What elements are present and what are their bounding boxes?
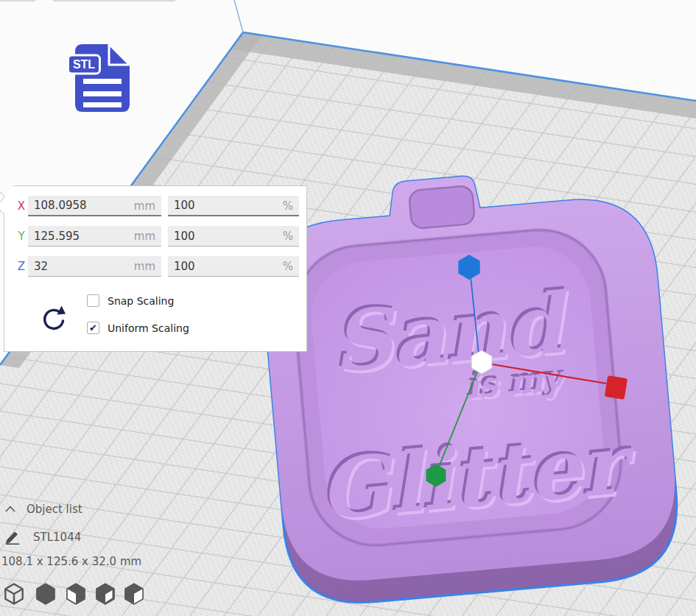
window-top-divider <box>53 0 175 1</box>
z-axis-label: Z <box>15 260 27 273</box>
view-right-button[interactable] <box>121 581 147 608</box>
object-list-item[interactable]: STL1044 <box>33 531 81 544</box>
stl-file-icon: STL <box>68 41 136 116</box>
hanger-slot <box>409 185 475 229</box>
snap-scaling-label: Snap Scaling <box>108 295 174 307</box>
stl-badge-label: STL <box>73 58 95 71</box>
view-top-button[interactable] <box>63 581 89 608</box>
window-top-divider <box>0 0 35 1</box>
checkmark-icon: ✔ <box>89 322 97 333</box>
cube-top-icon <box>63 581 88 606</box>
z-percent-field: % <box>168 256 299 277</box>
scale-z-percent-input[interactable] <box>168 256 299 276</box>
snap-scaling-checkbox[interactable] <box>87 294 99 307</box>
scale-z-mm-input[interactable] <box>28 256 161 276</box>
reset-rotate-icon <box>39 304 67 335</box>
x-axis-label: X <box>15 199 27 213</box>
y-mm-field: mm <box>28 226 161 247</box>
scale-row-y: Y mm % <box>4 226 306 247</box>
folded-corner-icon <box>109 44 130 65</box>
view-front-button[interactable] <box>32 581 59 608</box>
cube-left-icon <box>93 581 118 606</box>
uniform-scaling-label: Uniform Scaling <box>108 322 189 334</box>
pencil-icon <box>4 530 21 545</box>
z-mm-field: mm <box>28 256 161 277</box>
scale-row-z: Z mm % <box>4 256 306 277</box>
app-window: Sand Sand Sand is my is my is my Glitter… <box>0 0 696 616</box>
uniform-scaling-checkbox[interactable]: ✔ <box>87 322 99 334</box>
scale-x-mm-input[interactable] <box>28 196 161 215</box>
scale-handle-x[interactable] <box>605 375 628 400</box>
x-percent-field: % <box>168 196 299 216</box>
cube-front-icon <box>33 581 58 606</box>
scale-y-percent-input[interactable] <box>168 226 299 246</box>
scale-row-x: X mm % <box>4 196 306 216</box>
x-mm-field: mm <box>28 196 161 216</box>
cube-3d-icon <box>1 581 27 606</box>
scale-x-percent-input[interactable] <box>168 196 299 215</box>
cube-right-icon <box>122 581 147 606</box>
object-list-toggle[interactable]: Object list <box>27 503 82 516</box>
model-dimensions: 108.1 x 125.6 x 32.0 mm <box>1 555 141 568</box>
chevron-up-icon[interactable] <box>5 506 15 512</box>
scale-tool-panel: X mm % Y mm % Z mm <box>4 185 307 352</box>
y-axis-label: Y <box>15 230 27 243</box>
scale-y-mm-input[interactable] <box>28 226 161 246</box>
view-3d-button[interactable] <box>1 581 27 608</box>
view-left-button[interactable] <box>92 581 119 608</box>
y-percent-field: % <box>168 226 299 247</box>
reset-scale-button[interactable] <box>38 304 68 336</box>
